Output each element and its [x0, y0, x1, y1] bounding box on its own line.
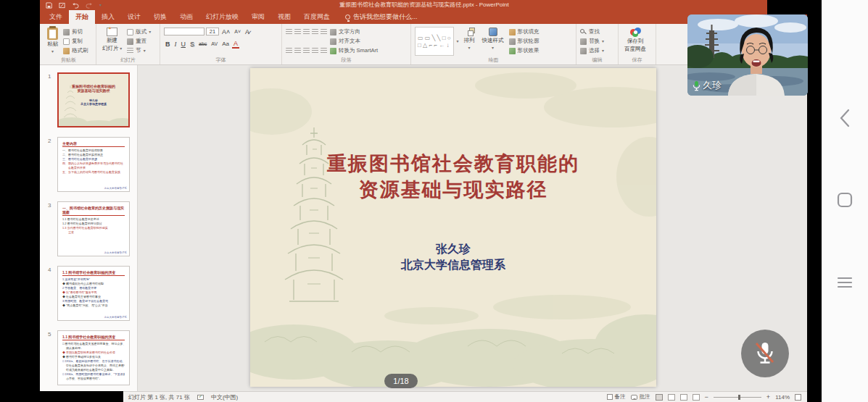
strikethrough-button[interactable]: abc — [197, 40, 208, 49]
numbering-icon[interactable] — [294, 29, 301, 35]
touch-mode-icon[interactable] — [59, 2, 65, 9]
smartart-button[interactable]: 转换为 SmartArt — [330, 46, 378, 55]
thumbnail-number: 2 — [48, 138, 51, 144]
align-center-icon[interactable] — [294, 48, 301, 54]
normal-view-icon[interactable] — [656, 394, 663, 401]
save-icon[interactable] — [46, 2, 52, 9]
clear-formatting-icon[interactable]: A̷ — [244, 28, 251, 36]
comments-button[interactable]: 批注 — [631, 393, 650, 401]
align-text-button[interactable]: 对齐文本 — [330, 37, 378, 46]
slide-thumbnail-1[interactable]: 重振图书馆社会教育职能的 资源基础与现实路径 张久珍 北京大学信息管理系 — [57, 72, 130, 127]
copy-button[interactable]: 复制 — [63, 37, 88, 46]
italic-button[interactable]: I — [173, 40, 178, 49]
arrange-button[interactable]: 排列 ▾ — [462, 27, 477, 56]
shape-effects-button[interactable]: 形状效果 — [509, 46, 540, 55]
bullets-icon[interactable] — [286, 29, 292, 35]
tab-insert[interactable]: 插入 — [95, 10, 121, 24]
bold-button[interactable]: B — [164, 40, 172, 49]
quick-styles-icon — [489, 28, 497, 36]
slide-sorter-view-icon[interactable] — [668, 394, 675, 401]
language-indicator[interactable]: 中文(中国) — [211, 393, 238, 401]
shapes-more-icon[interactable]: ▾ — [457, 39, 459, 43]
notes-button[interactable]: 备注 — [607, 393, 626, 401]
zoom-out-button[interactable]: − — [705, 393, 708, 401]
layout-button[interactable]: 版式▾ — [127, 28, 151, 36]
tab-slideshow[interactable]: 幻灯片放映 — [199, 10, 245, 24]
smartart-icon — [330, 48, 336, 54]
reset-button[interactable]: 重置 — [127, 37, 151, 46]
align-text-icon — [330, 38, 336, 45]
clipboard-group: 粘贴 ▾ 剪切 复制 格式刷 剪贴板 — [41, 24, 96, 64]
slideshow-view-icon[interactable] — [693, 394, 700, 401]
quick-styles-button[interactable]: 快速样式 ▾ — [480, 27, 506, 56]
mic-mute-button[interactable] — [741, 330, 789, 377]
text-direction-button[interactable]: 文字方向 — [330, 28, 378, 36]
slide-title-line2: 资源基础与现实路径 — [250, 177, 656, 203]
shape-outline-button[interactable]: 形状轮廓 — [509, 37, 540, 46]
undo-icon[interactable] — [72, 2, 79, 9]
zoom-slider-thumb[interactable] — [738, 395, 740, 400]
cut-button[interactable]: 剪切 — [63, 28, 88, 36]
slide-canvas[interactable]: 重振图书馆社会教育职能的 资源基础与现实路径 张久珍 北京大学信息管理系 — [250, 68, 656, 387]
zoom-slider[interactable] — [714, 397, 761, 398]
format-painter-button[interactable]: 格式刷 — [63, 46, 88, 55]
slide-author: 张久珍 — [250, 242, 656, 257]
tell-me-box[interactable]: 告诉我您想要做什么... — [345, 10, 418, 24]
slide-thumbnail-pane: 1 重振图书馆社会教育职能的 — [40, 65, 138, 391]
slide-thumbnail-5[interactable]: 1.1 图书馆学社会教育职能的演变 □ 图书馆与社会教育关系密切而复杂、理论众多… — [57, 330, 130, 385]
spell-check-icon[interactable] — [197, 395, 204, 400]
justify-icon[interactable] — [312, 48, 318, 54]
shrink-font-icon[interactable]: A˅ — [233, 28, 242, 36]
tab-review[interactable]: 审阅 — [245, 10, 271, 24]
find-button[interactable]: 查找 — [580, 28, 604, 36]
customize-qat-icon[interactable]: ▾ — [99, 3, 102, 7]
tab-view[interactable]: 视图 — [271, 10, 297, 24]
columns-icon[interactable] — [321, 48, 327, 54]
line-spacing-icon[interactable] — [321, 29, 327, 35]
font-size-input[interactable]: 21 — [206, 28, 219, 35]
shape-fill-button[interactable]: 形状填充 — [509, 28, 540, 36]
recents-lines-icon[interactable] — [836, 275, 853, 293]
character-spacing-button[interactable]: AV — [210, 40, 219, 49]
format-painter-icon — [63, 48, 70, 54]
shapes-gallery[interactable]: ▭ ▭ ╲ ╲ □ ○ □ △ ⌐ ⌐ ← ↓ — [415, 27, 454, 56]
align-right-icon[interactable] — [303, 48, 310, 54]
save-to-baidu-button[interactable]: 保存到 百度网盘 — [622, 27, 648, 56]
select-button[interactable]: 选择▾ — [580, 46, 604, 55]
back-chevron-icon[interactable] — [837, 107, 853, 132]
text-shadow-button[interactable]: S — [189, 40, 196, 49]
presenter-video-tile[interactable]: 久珍 — [687, 14, 808, 96]
tab-home[interactable]: 开始 — [69, 10, 95, 24]
increase-indent-icon[interactable] — [312, 29, 318, 35]
slide-thumbnail-4[interactable]: 1.1 图书馆学社会教育职能的演变 1 清末民初“开启民智” ◆ 藏书楼向近代公… — [57, 266, 130, 321]
tab-transitions[interactable]: 切换 — [147, 10, 173, 24]
tab-file[interactable]: 文件 — [43, 10, 69, 24]
new-slide-button[interactable]: 新建 幻灯片 ▾ — [100, 27, 124, 56]
change-case-button[interactable]: Aa — [220, 40, 231, 49]
tab-baidu-netdisk[interactable]: 百度网盘 — [297, 10, 336, 24]
zoom-level[interactable]: 114% — [775, 394, 790, 401]
share-page-indicator: 1/18 — [384, 374, 418, 388]
font-color-button[interactable]: A — [232, 40, 239, 49]
slide-thumbnail-3[interactable]: 一、图书馆社会教育的历史溯源与现实观察 1.1 图书馆社会教育历史变迁 1.2 … — [57, 201, 130, 256]
shapes-row: ▭ ▭ ╲ ╲ □ ○ — [418, 35, 451, 41]
redo-icon[interactable] — [86, 2, 93, 9]
grow-font-icon[interactable]: A˄ — [220, 28, 231, 36]
decrease-indent-icon[interactable] — [303, 29, 310, 35]
slide-thumbnail-2[interactable]: 主要内容 一、图书馆社会教育的应然职责 二、图书馆社会教育的实然状态 三、图书馆… — [57, 137, 130, 192]
font-name-input[interactable] — [164, 28, 204, 35]
thumbnail-footer: 北京大学信息管理系 — [104, 316, 128, 319]
reading-view-icon[interactable] — [680, 394, 687, 401]
tab-design[interactable]: 设计 — [121, 10, 147, 24]
paste-button[interactable]: 粘贴 ▾ — [45, 27, 60, 56]
underline-button[interactable]: U — [180, 40, 188, 49]
align-left-icon[interactable] — [286, 48, 292, 54]
tab-animations[interactable]: 动画 — [173, 10, 199, 24]
fit-to-window-icon[interactable] — [795, 394, 801, 401]
home-square-icon[interactable] — [836, 191, 853, 212]
section-button[interactable]: 节▾ — [127, 46, 151, 55]
replace-button[interactable]: 替换▾ — [580, 37, 604, 46]
zoom-in-button[interactable]: + — [766, 393, 770, 401]
shape-fill-icon — [509, 29, 516, 35]
editing-group: 查找 替换▾ 选择▾ 编辑 — [576, 24, 619, 64]
